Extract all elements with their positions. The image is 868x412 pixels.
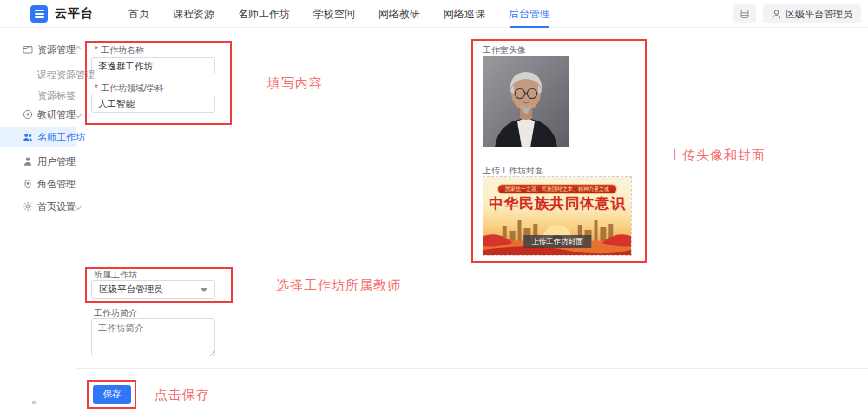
user-icon	[772, 10, 781, 19]
workshop-edit-form: *工作坊名称 *工作坊领域/学科 工作室头像	[76, 28, 868, 412]
owner-select[interactable]: 区级平台管理员	[91, 280, 215, 299]
sidebar: 资源管理 课程资源管理 资源标签 教研管理 名师工作坊	[0, 28, 76, 412]
chevron-down-icon	[201, 288, 207, 292]
sidebar-item-label: 角色管理	[37, 178, 76, 191]
poster-banner-text: 国家统一之基、民族团结之本、精神力量之魂	[497, 184, 617, 194]
sidebar-item-role-mgmt[interactable]: 角色管理	[0, 173, 76, 194]
annotation-select-teacher: 选择工作坊所属教师	[276, 278, 401, 294]
required-marker: *	[95, 45, 98, 55]
intro-textarea[interactable]	[91, 318, 215, 356]
owner-selected-value: 区级平台管理员	[99, 284, 163, 296]
cover-section-label: 上传工作坊封面	[483, 165, 543, 177]
cover-upload-area[interactable]: 国家统一之基、民族团结之本、精神力量之魂 中华民族共同体意识	[483, 176, 632, 256]
sidebar-item-label: 资源标签	[37, 89, 76, 102]
sidebar-item-label: 教研管理	[37, 108, 76, 121]
workshop-name-input[interactable]	[91, 57, 215, 75]
cover-poster: 国家统一之基、民族团结之本、精神力量之魂 中华民族共同体意识	[483, 177, 631, 255]
sidebar-item-teaching-research-mgmt[interactable]: 教研管理	[0, 104, 76, 125]
users-icon	[23, 132, 33, 142]
intro-label: 工作坊简介	[94, 307, 137, 319]
header-right: 区级平台管理员	[733, 0, 861, 28]
database-icon-button[interactable]	[733, 4, 756, 23]
avatar-upload-image[interactable]	[483, 56, 569, 147]
avatar-section-label: 工作室头像	[483, 44, 526, 56]
sidebar-collapse-button[interactable]: «	[31, 396, 37, 407]
workshop-domain-label: *工作坊领域/学科	[95, 82, 164, 95]
sidebar-item-user-mgmt[interactable]: 用户管理	[0, 151, 76, 172]
nav-admin-backend[interactable]: 后台管理	[509, 0, 550, 28]
cover-upload-button[interactable]: 上传工作坊封面	[523, 235, 591, 248]
sidebar-item-teacher-workshop[interactable]: 名师工作坊	[0, 127, 76, 147]
workshop-domain-input[interactable]	[91, 95, 215, 113]
brand-title: 云平台	[55, 6, 94, 22]
user-account-button[interactable]: 区级平台管理员	[763, 4, 861, 23]
workshop-name-label: *工作坊名称	[95, 44, 144, 56]
nav-online-inspection[interactable]: 网络巡课	[444, 0, 485, 28]
nav-online-research[interactable]: 网络教研	[378, 0, 420, 28]
sidebar-item-label: 课程资源管理	[37, 69, 95, 82]
nav-school-space[interactable]: 学校空间	[313, 0, 355, 28]
annotation-fill-content: 填写内容	[267, 75, 323, 92]
sidebar-item-resource-mgmt[interactable]: 资源管理	[0, 39, 76, 60]
sidebar-item-label: 首页设置	[37, 200, 76, 213]
sidebar-item-label: 用户管理	[37, 155, 76, 168]
user-name: 区级平台管理员	[786, 8, 852, 21]
settings-icon	[23, 201, 33, 212]
sidebar-item-label: 资源管理	[37, 43, 76, 56]
nav-course-resources[interactable]: 课程资源	[173, 0, 214, 28]
save-button[interactable]: 保存	[93, 385, 131, 404]
portrait-photo	[483, 56, 569, 147]
top-header: 云平台 首页 课程资源 名师工作坊 学校空间 网络教研 网络巡课 后台管理	[0, 0, 868, 28]
poster-skyline-art	[483, 210, 631, 255]
sidebar-item-course-resource-mgmt[interactable]: 课程资源管理	[0, 64, 76, 85]
required-marker: *	[95, 83, 98, 93]
app-window: 云平台 首页 课程资源 名师工作坊 学校空间 网络教研 网络巡课 后台管理	[0, 0, 868, 412]
nav-teacher-workshop[interactable]: 名师工作坊	[238, 0, 290, 28]
database-icon	[740, 9, 750, 19]
textarea-resize-handle[interactable]	[208, 350, 214, 356]
role-badge-icon	[23, 179, 33, 189]
compass-icon	[23, 109, 33, 120]
folder-icon	[23, 44, 33, 55]
sidebar-item-homepage-settings[interactable]: 首页设置	[0, 196, 76, 217]
annotation-upload-images: 上传头像和封面	[668, 147, 766, 164]
owner-label: 所属工作坊	[94, 269, 137, 281]
sidebar-item-label: 名师工作坊	[37, 131, 85, 144]
sidebar-item-resource-tags[interactable]: 资源标签	[0, 85, 76, 106]
nav-home[interactable]: 首页	[128, 0, 149, 28]
top-nav: 首页 课程资源 名师工作坊 学校空间 网络教研 网络巡课 后台管理	[128, 0, 550, 28]
user-icon	[23, 156, 33, 167]
footer-divider	[76, 368, 868, 369]
brand-logo-icon	[30, 5, 48, 23]
annotation-click-save: 点击保存	[155, 387, 210, 403]
